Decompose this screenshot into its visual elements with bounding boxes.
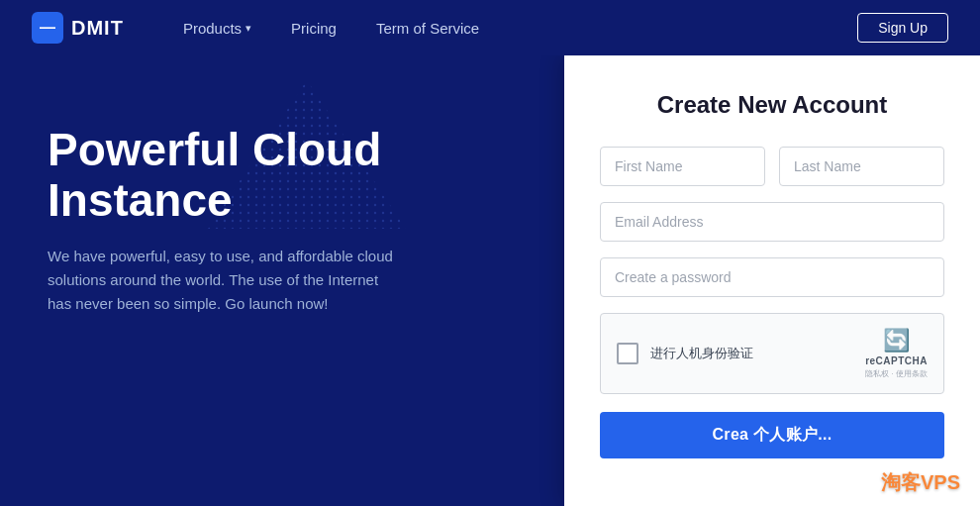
hero-description: We have powerful, easy to use, and affor… — [48, 245, 404, 316]
recaptcha-links: 隐私权 · 使用条款 — [865, 368, 928, 379]
create-account-button[interactable]: Crea 个人账户... — [600, 412, 944, 458]
logo-text: DMIT — [71, 17, 124, 40]
hero-section: Powerful Cloud Instance We have powerful… — [0, 55, 980, 506]
email-row — [600, 202, 944, 242]
nav-tos[interactable]: Term of Service — [356, 0, 499, 55]
captcha-checkbox[interactable] — [617, 343, 638, 364]
hero-title: Powerful Cloud Instance — [48, 125, 525, 225]
hero-left: Powerful Cloud Instance We have powerful… — [0, 55, 564, 506]
last-name-input[interactable] — [779, 147, 944, 186]
nav-pricing[interactable]: Pricing — [271, 0, 356, 55]
email-input[interactable] — [600, 202, 944, 242]
recaptcha-brand: reCAPTCHA — [865, 355, 928, 366]
captcha-box: 进行人机身份验证 🔄 reCAPTCHA 隐私权 · 使用条款 — [600, 313, 944, 394]
nav-products[interactable]: Products ▾ — [163, 0, 271, 55]
signup-button[interactable]: Sign Up — [857, 13, 948, 43]
name-row — [600, 147, 944, 186]
navbar: — DMIT Products ▾ Pricing Term of Servic… — [0, 0, 980, 55]
logo-icon: — — [32, 12, 63, 44]
captcha-label: 进行人机身份验证 — [650, 345, 753, 362]
logo[interactable]: — DMIT — [32, 12, 124, 44]
form-title: Create New Account — [600, 91, 944, 119]
password-row — [600, 257, 944, 297]
registration-form-panel: Create New Account 进行人机身份验证 🔄 reCAPTCHA … — [564, 55, 980, 506]
password-input[interactable] — [600, 257, 944, 297]
first-name-input[interactable] — [600, 147, 765, 186]
nav-links: Products ▾ Pricing Term of Service — [163, 0, 857, 55]
chevron-down-icon: ▾ — [245, 22, 251, 35]
recaptcha-icon: 🔄 — [883, 328, 910, 354]
